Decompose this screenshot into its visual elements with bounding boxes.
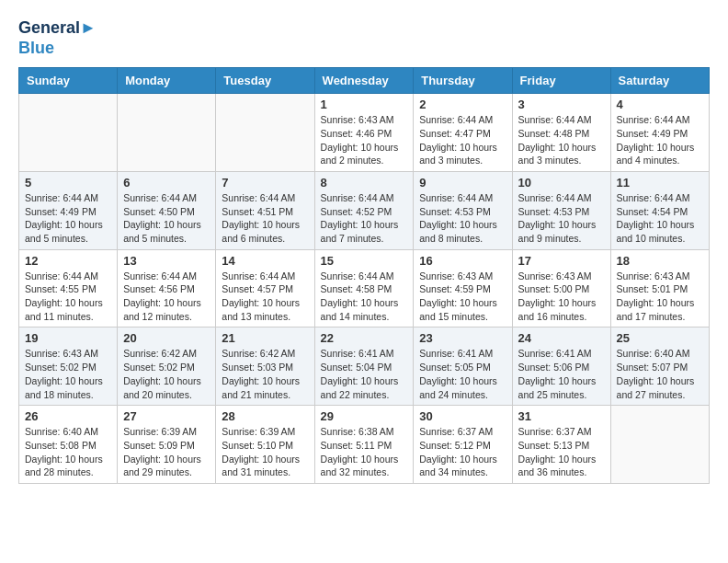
day-info: Sunrise: 6:44 AM Sunset: 4:57 PM Dayligh…	[222, 270, 308, 324]
day-cell: 16Sunrise: 6:43 AM Sunset: 4:59 PM Dayli…	[414, 249, 512, 327]
day-cell: 31Sunrise: 6:37 AM Sunset: 5:13 PM Dayli…	[512, 406, 610, 484]
day-info: Sunrise: 6:44 AM Sunset: 4:50 PM Dayligh…	[123, 191, 210, 246]
day-number: 5	[25, 176, 111, 190]
week-row-2: 5Sunrise: 6:44 AM Sunset: 4:49 PM Daylig…	[19, 171, 710, 249]
day-cell: 17Sunrise: 6:43 AM Sunset: 5:00 PM Dayli…	[512, 249, 610, 327]
day-cell: 21Sunrise: 6:42 AM Sunset: 5:03 PM Dayli…	[216, 327, 314, 406]
day-info: Sunrise: 6:44 AM Sunset: 4:49 PM Dayligh…	[25, 191, 111, 246]
logo: General► Blue	[18, 18, 97, 58]
day-info: Sunrise: 6:41 AM Sunset: 5:05 PM Dayligh…	[419, 347, 506, 401]
day-number: 9	[419, 176, 506, 190]
day-cell: 3Sunrise: 6:44 AM Sunset: 4:48 PM Daylig…	[512, 94, 610, 172]
calendar-table: SundayMondayTuesdayWednesdayThursdayFrid…	[18, 67, 710, 484]
day-cell: 29Sunrise: 6:38 AM Sunset: 5:11 PM Dayli…	[314, 406, 414, 484]
logo-text: General►	[18, 18, 97, 39]
day-cell: 28Sunrise: 6:39 AM Sunset: 5:10 PM Dayli…	[216, 406, 314, 484]
day-number: 3	[518, 98, 605, 111]
day-info: Sunrise: 6:43 AM Sunset: 5:00 PM Dayligh…	[518, 270, 605, 324]
day-cell: 22Sunrise: 6:41 AM Sunset: 5:04 PM Dayli…	[314, 327, 414, 406]
day-cell: 5Sunrise: 6:44 AM Sunset: 4:49 PM Daylig…	[19, 171, 118, 249]
day-number: 15	[321, 254, 408, 268]
day-info: Sunrise: 6:44 AM Sunset: 4:53 PM Dayligh…	[419, 191, 506, 246]
day-number: 26	[25, 409, 111, 423]
day-cell: 25Sunrise: 6:40 AM Sunset: 5:07 PM Dayli…	[610, 327, 709, 406]
day-cell: 4Sunrise: 6:44 AM Sunset: 4:49 PM Daylig…	[610, 94, 709, 172]
day-number: 30	[419, 409, 506, 423]
day-number: 7	[222, 176, 308, 190]
page-header: General► Blue	[18, 18, 710, 58]
day-cell: 8Sunrise: 6:44 AM Sunset: 4:52 PM Daylig…	[314, 171, 414, 249]
day-number: 2	[419, 98, 506, 111]
day-number: 20	[123, 331, 210, 345]
day-cell: 12Sunrise: 6:44 AM Sunset: 4:55 PM Dayli…	[19, 249, 118, 327]
day-number: 22	[321, 331, 408, 345]
day-number: 6	[123, 176, 210, 190]
day-number: 1	[321, 98, 408, 111]
day-info: Sunrise: 6:44 AM Sunset: 4:58 PM Dayligh…	[321, 270, 408, 324]
day-cell: 30Sunrise: 6:37 AM Sunset: 5:12 PM Dayli…	[414, 406, 512, 484]
logo-text-blue: Blue	[18, 39, 97, 59]
col-header-wednesday: Wednesday	[314, 68, 414, 94]
day-info: Sunrise: 6:43 AM Sunset: 4:46 PM Dayligh…	[321, 113, 408, 167]
day-cell: 20Sunrise: 6:42 AM Sunset: 5:02 PM Dayli…	[118, 327, 216, 406]
day-cell: 23Sunrise: 6:41 AM Sunset: 5:05 PM Dayli…	[414, 327, 512, 406]
day-info: Sunrise: 6:37 AM Sunset: 5:13 PM Dayligh…	[518, 425, 605, 479]
day-cell: 19Sunrise: 6:43 AM Sunset: 5:02 PM Dayli…	[19, 327, 118, 406]
day-info: Sunrise: 6:44 AM Sunset: 4:52 PM Dayligh…	[321, 191, 408, 246]
day-cell: 9Sunrise: 6:44 AM Sunset: 4:53 PM Daylig…	[414, 171, 512, 249]
day-number: 13	[123, 254, 210, 268]
day-number: 21	[222, 331, 308, 345]
day-cell: 26Sunrise: 6:40 AM Sunset: 5:08 PM Dayli…	[19, 406, 118, 484]
day-number: 12	[25, 254, 111, 268]
day-number: 29	[321, 409, 408, 423]
day-number: 28	[222, 409, 308, 423]
day-cell	[118, 94, 216, 172]
day-number: 23	[419, 331, 506, 345]
day-info: Sunrise: 6:39 AM Sunset: 5:10 PM Dayligh…	[222, 425, 308, 479]
day-info: Sunrise: 6:42 AM Sunset: 5:02 PM Dayligh…	[123, 347, 210, 401]
day-info: Sunrise: 6:44 AM Sunset: 4:53 PM Dayligh…	[518, 191, 605, 246]
col-header-saturday: Saturday	[610, 68, 709, 94]
day-cell	[216, 94, 314, 172]
day-cell: 2Sunrise: 6:44 AM Sunset: 4:47 PM Daylig…	[414, 94, 512, 172]
day-number: 10	[518, 176, 605, 190]
week-row-5: 26Sunrise: 6:40 AM Sunset: 5:08 PM Dayli…	[19, 406, 710, 484]
day-number: 14	[222, 254, 308, 268]
day-info: Sunrise: 6:39 AM Sunset: 5:09 PM Dayligh…	[123, 425, 210, 479]
day-number: 25	[617, 331, 703, 345]
col-header-tuesday: Tuesday	[216, 68, 314, 94]
day-number: 8	[321, 176, 408, 190]
day-info: Sunrise: 6:40 AM Sunset: 5:07 PM Dayligh…	[617, 347, 703, 401]
day-info: Sunrise: 6:43 AM Sunset: 4:59 PM Dayligh…	[419, 270, 506, 324]
day-info: Sunrise: 6:41 AM Sunset: 5:04 PM Dayligh…	[321, 347, 408, 401]
day-cell: 11Sunrise: 6:44 AM Sunset: 4:54 PM Dayli…	[610, 171, 709, 249]
day-cell	[610, 406, 709, 484]
week-row-1: 1Sunrise: 6:43 AM Sunset: 4:46 PM Daylig…	[19, 94, 710, 172]
day-info: Sunrise: 6:44 AM Sunset: 4:54 PM Dayligh…	[617, 191, 703, 246]
day-cell: 13Sunrise: 6:44 AM Sunset: 4:56 PM Dayli…	[118, 249, 216, 327]
day-number: 27	[123, 409, 210, 423]
day-number: 17	[518, 254, 605, 268]
day-cell: 14Sunrise: 6:44 AM Sunset: 4:57 PM Dayli…	[216, 249, 314, 327]
day-info: Sunrise: 6:38 AM Sunset: 5:11 PM Dayligh…	[321, 425, 408, 479]
col-header-friday: Friday	[512, 68, 610, 94]
day-info: Sunrise: 6:41 AM Sunset: 5:06 PM Dayligh…	[518, 347, 605, 401]
day-info: Sunrise: 6:44 AM Sunset: 4:48 PM Dayligh…	[518, 113, 605, 167]
day-number: 16	[419, 254, 506, 268]
calendar-header-row: SundayMondayTuesdayWednesdayThursdayFrid…	[19, 68, 710, 94]
day-number: 24	[518, 331, 605, 345]
day-info: Sunrise: 6:37 AM Sunset: 5:12 PM Dayligh…	[419, 425, 506, 479]
day-info: Sunrise: 6:44 AM Sunset: 4:55 PM Dayligh…	[25, 270, 111, 324]
day-info: Sunrise: 6:43 AM Sunset: 5:01 PM Dayligh…	[617, 270, 703, 324]
day-number: 19	[25, 331, 111, 345]
col-header-monday: Monday	[118, 68, 216, 94]
day-cell: 6Sunrise: 6:44 AM Sunset: 4:50 PM Daylig…	[118, 171, 216, 249]
day-number: 31	[518, 409, 605, 423]
day-info: Sunrise: 6:44 AM Sunset: 4:56 PM Dayligh…	[123, 270, 210, 324]
day-cell: 1Sunrise: 6:43 AM Sunset: 4:46 PM Daylig…	[314, 94, 414, 172]
week-row-3: 12Sunrise: 6:44 AM Sunset: 4:55 PM Dayli…	[19, 249, 710, 327]
day-cell	[19, 94, 118, 172]
day-cell: 7Sunrise: 6:44 AM Sunset: 4:51 PM Daylig…	[216, 171, 314, 249]
day-number: 18	[617, 254, 703, 268]
day-cell: 27Sunrise: 6:39 AM Sunset: 5:09 PM Dayli…	[118, 406, 216, 484]
